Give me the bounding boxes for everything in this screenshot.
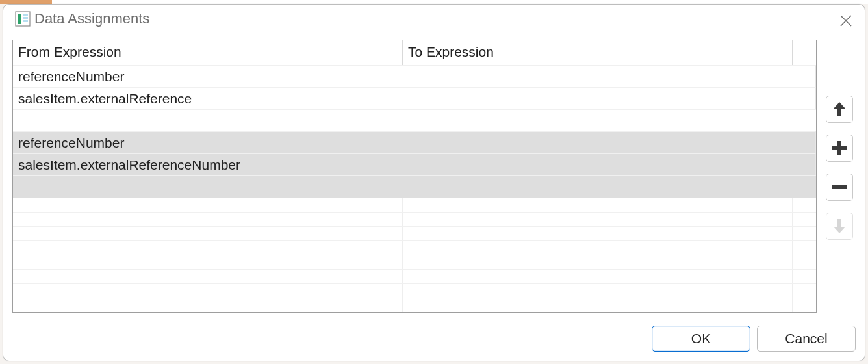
cell-spacer [13,176,816,198]
cell-from[interactable]: referenceNumber [13,65,816,87]
col-header-from[interactable]: From Expression [13,40,403,65]
svg-rect-3 [23,17,28,19]
plus-icon [831,140,848,157]
remove-button[interactable] [826,174,853,201]
close-icon [839,14,852,27]
cell-to[interactable]: salesItem.externalReference [13,87,816,109]
ok-button[interactable]: OK [652,326,750,352]
col-header-spacer [793,40,816,65]
dialog-title: Data Assignments [34,11,836,27]
arrow-down-icon [832,218,847,235]
arrow-up-icon [832,101,847,118]
add-button[interactable] [826,135,853,162]
svg-rect-4 [23,20,28,22]
cell-from[interactable]: referenceNumber [13,131,816,153]
dialog-body: From Expression To Expression referenceN… [3,37,865,313]
move-down-button[interactable] [826,213,853,240]
cell-spacer [13,109,816,131]
svg-rect-1 [18,14,21,24]
app-icon [15,11,31,27]
data-assignments-dialog: Data Assignments From Expression To Expr… [3,4,865,361]
titlebar: Data Assignments [3,5,865,37]
move-up-button[interactable] [826,96,853,123]
svg-rect-8 [832,146,847,150]
col-header-to[interactable]: To Expression [403,40,793,65]
side-toolbar [826,40,856,313]
minus-icon [831,179,848,196]
table-header: From Expression To Expression [13,40,816,65]
svg-rect-9 [832,185,847,189]
assignments-table[interactable]: From Expression To Expression referenceN… [12,40,817,313]
cancel-button[interactable]: Cancel [757,326,856,352]
close-button[interactable] [836,11,856,31]
cell-to[interactable]: salesItem.externalReferenceNumber [13,153,816,176]
svg-rect-2 [23,14,28,16]
dialog-footer: OK Cancel [3,313,865,361]
table-empty-area [13,198,816,312]
